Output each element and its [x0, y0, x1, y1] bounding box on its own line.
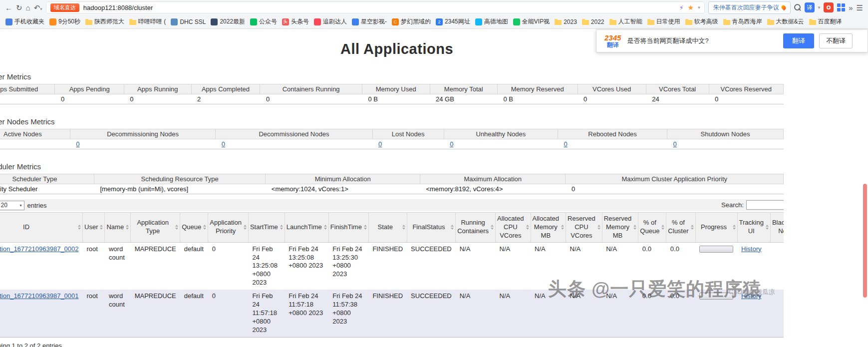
- menu-icon[interactable]: ☰: [857, 4, 863, 11]
- bookmark-item[interactable]: 9分50秒: [47, 16, 83, 27]
- column-header-application-type[interactable]: Application Type: [131, 213, 180, 243]
- metric-value-link[interactable]: 0: [564, 140, 568, 148]
- bookmark-item[interactable]: 追剧达人: [311, 16, 349, 27]
- bookmark-item[interactable]: 高德地图: [473, 16, 511, 27]
- folder-icon: [647, 20, 654, 25]
- bookmark-item[interactable]: 哔哩哔哩 (: [127, 16, 168, 27]
- bookmark-item[interactable]: 百度翻译: [807, 16, 845, 27]
- column-header-reserved-cpu-vcores[interactable]: Reserved CPU VCores: [566, 213, 602, 243]
- capture-icon[interactable]: [824, 2, 834, 12]
- column-header-running-containers[interactable]: Running Containers: [456, 213, 496, 243]
- column-header-label: Application Priority: [210, 219, 242, 235]
- favorites-dropdown-icon[interactable]: ▾: [698, 5, 700, 10]
- metric-value-link[interactable]: 0: [673, 140, 677, 148]
- bookmark-item[interactable]: 星空影视-: [349, 16, 389, 27]
- hot-search-pill[interactable]: 朱仲基首次回应妻子争议: [708, 1, 791, 14]
- bookmark-label: 2345网址: [445, 17, 470, 26]
- metric-value: 0 B: [497, 94, 578, 104]
- cell: N/A: [602, 242, 638, 290]
- favicon-icon: C: [392, 18, 399, 25]
- metric-value-link[interactable]: 0: [222, 140, 225, 148]
- page-size-select[interactable]: 20 ▾: [0, 201, 24, 210]
- boost-icon[interactable]: ⚡: [679, 4, 683, 11]
- bookmark-item[interactable]: C梦幻黑域的: [389, 16, 433, 27]
- bookmark-star-icon[interactable]: ★: [688, 3, 694, 11]
- bookmark-item[interactable]: 大数据&云: [765, 16, 807, 27]
- sort-arrows-icon: [633, 225, 636, 230]
- bookmark-item[interactable]: 软考高级: [683, 16, 721, 27]
- metric-value: 0: [372, 139, 444, 149]
- bookmark-item[interactable]: 青岛西海岸: [721, 16, 765, 27]
- bookmark-item[interactable]: 人工智能: [607, 16, 645, 27]
- column-header-finishtime[interactable]: FinishTime: [328, 213, 368, 243]
- application-id-link[interactable]: application_1677210963987_0001: [0, 292, 79, 300]
- column-header-starttime[interactable]: StartTime: [248, 213, 285, 243]
- cell: 0.0: [638, 290, 666, 337]
- metric-value-link[interactable]: 0: [450, 140, 453, 148]
- translate-decline-button[interactable]: 不翻译: [819, 33, 853, 48]
- bookmark-item[interactable]: 陕西师范大: [83, 16, 127, 27]
- metric-value-link[interactable]: 0: [378, 140, 382, 148]
- metric-value-link[interactable]: 0: [76, 140, 79, 148]
- more-extensions-icon[interactable]: »: [849, 4, 853, 11]
- yarn-page: hadoop All Applications Cluster Metrics …: [0, 29, 784, 347]
- bookmark-item[interactable]: 日常使用: [645, 16, 683, 27]
- column-header-of-cluster[interactable]: % of Cluster: [666, 213, 695, 243]
- translate-accept-button[interactable]: 翻译: [783, 33, 814, 48]
- bookmark-label: 青岛西海岸: [732, 17, 762, 26]
- address-bar[interactable]: 域名直达 hadoop121:8088/cluster ⚡ ★ ▾: [46, 1, 705, 13]
- bookmark-item[interactable]: DHC SSL: [168, 17, 208, 26]
- column-header-of-queue[interactable]: % of Queue: [638, 213, 666, 243]
- column-header-queue[interactable]: Queue: [180, 213, 208, 243]
- column-header-launchtime[interactable]: LaunchTime: [285, 213, 328, 243]
- sort-arrows-icon: [244, 225, 247, 230]
- column-header-blacklisted-nodes[interactable]: Blacklisted Nodes: [770, 213, 784, 243]
- cell: N/A: [496, 290, 531, 337]
- bookmark-item[interactable]: 公众号: [248, 16, 280, 27]
- column-header-label: Queue: [182, 223, 201, 231]
- translate-icon[interactable]: 译: [805, 2, 815, 12]
- column-header-finalstatus[interactable]: FinalStatus: [407, 213, 456, 243]
- metric-value: 0: [444, 139, 558, 149]
- column-header-application-priority[interactable]: Application Priority: [208, 213, 249, 243]
- domain-direct-badge[interactable]: 域名直达: [50, 3, 79, 12]
- table-search-input[interactable]: [746, 200, 784, 210]
- column-header-label: Reserved Memory MB: [604, 215, 632, 239]
- back-icon[interactable]: ←: [5, 4, 12, 11]
- bookmark-item[interactable]: 全能VIP视: [511, 16, 552, 27]
- column-header-id[interactable]: ID: [0, 213, 83, 243]
- history-link[interactable]: History: [741, 245, 761, 253]
- metric-value: 0: [667, 139, 784, 149]
- metric-value: 0: [260, 94, 362, 104]
- column-header-user[interactable]: User: [83, 213, 105, 243]
- history-link[interactable]: History: [741, 292, 761, 300]
- column-header-allocated-cpu-vcores[interactable]: Allocated CPU VCores: [496, 213, 531, 243]
- sort-arrows-icon: [766, 225, 769, 230]
- bookmark-item[interactable]: 头头条号: [280, 16, 311, 27]
- bookmark-item[interactable]: 手机收藏夹: [3, 16, 47, 27]
- home-icon[interactable]: ⌂: [26, 4, 30, 11]
- apps-grid-icon[interactable]: [837, 3, 845, 11]
- sort-arrows-icon: [661, 225, 664, 230]
- bookmark-item[interactable]: 2023: [552, 17, 579, 26]
- scrollbar[interactable]: [863, 184, 867, 298]
- metric-column-header: Lost Nodes: [372, 129, 444, 139]
- column-header-reserved-memory-mb[interactable]: Reserved Memory MB: [602, 213, 638, 243]
- url-text[interactable]: hadoop121:8088/cluster: [83, 4, 153, 11]
- column-header-state[interactable]: State: [368, 213, 407, 243]
- bookmark-item[interactable]: 2022最新: [208, 16, 248, 27]
- column-header-progress[interactable]: Progress: [695, 213, 737, 243]
- bookmark-item[interactable]: 22345网址: [433, 16, 473, 27]
- translate-dropdown-icon[interactable]: ▾: [818, 5, 821, 10]
- cell: N/A: [602, 290, 638, 337]
- column-header-tracking-ui[interactable]: Tracking UI: [737, 213, 770, 243]
- undo-icon[interactable]: ↶▾: [34, 4, 42, 11]
- search-icon[interactable]: [794, 4, 801, 11]
- undo-dropdown-icon[interactable]: ▾: [40, 6, 42, 11]
- column-header-allocated-memory-mb[interactable]: Allocated Memory MB: [531, 213, 566, 243]
- folder-icon: [582, 20, 589, 25]
- column-header-name[interactable]: Name: [105, 213, 131, 243]
- application-id-link[interactable]: application_1677210963987_0002: [0, 245, 79, 253]
- refresh-icon[interactable]: ↻: [16, 4, 22, 11]
- bookmark-item[interactable]: 2022: [579, 17, 607, 26]
